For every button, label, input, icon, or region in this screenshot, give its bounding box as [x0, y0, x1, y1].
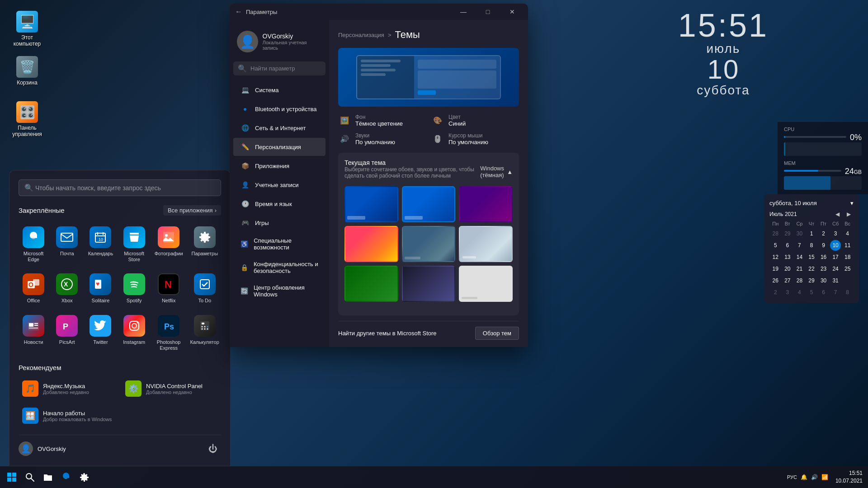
nav-personalization[interactable]: ✏️ Персонализация: [233, 138, 326, 156]
app-photoshop[interactable]: Ps Photoshop Express: [153, 311, 185, 355]
theme-8[interactable]: [402, 266, 456, 302]
app-mail[interactable]: Почта: [52, 223, 82, 266]
current-theme-header: Текущая тема Выберите сочетание обоев, з…: [344, 159, 513, 184]
rec-nvidia[interactable]: ⚙️ NVIDIA Control Panel Добавлено недавн…: [122, 377, 221, 400]
app-twitter[interactable]: Twitter: [85, 311, 115, 355]
color-value: Синий: [448, 120, 466, 127]
cal-next-btn[interactable]: ▶: [844, 210, 854, 218]
nav-accessibility[interactable]: ♿ Специальные возможности: [233, 233, 326, 255]
app-picsart[interactable]: P PicsArt: [52, 311, 82, 355]
mem-label: МЕМ: [784, 160, 862, 166]
taskbar-search[interactable]: [22, 469, 38, 485]
calendar-expand-icon[interactable]: ▾: [850, 200, 854, 206]
cal-prev-btn[interactable]: ◀: [833, 210, 842, 218]
breadcrumb: Персонализация > Темы: [338, 29, 519, 41]
nav-personalization-label: Персонализация: [255, 144, 301, 150]
app-solitaire[interactable]: ♥ Solitaire: [85, 270, 115, 307]
notification-icon[interactable]: 🔔: [801, 474, 807, 480]
theme-info-color: 🎨 Цвет Синий: [431, 114, 519, 127]
theme-9[interactable]: [459, 266, 513, 302]
mem-unit: GB: [854, 169, 862, 175]
theme-6[interactable]: [459, 226, 513, 262]
volume-icon[interactable]: 🔊: [811, 474, 818, 480]
taskbar-edge[interactable]: [58, 469, 74, 485]
close-button[interactable]: ✕: [502, 5, 523, 18]
svg-point-31: [201, 326, 203, 327]
minimize-button[interactable]: —: [453, 5, 474, 18]
calendar-days-header: Пн Вт Ср Чт Пт Сб Вс: [769, 221, 854, 226]
cpu-value: 0%: [850, 133, 862, 142]
app-office[interactable]: O Office: [19, 270, 48, 307]
user-info[interactable]: 👤 OVGorskiy: [19, 441, 66, 456]
breadcrumb-parent[interactable]: Персонализация: [338, 32, 384, 38]
nav-network[interactable]: 🌐 Сеть & и Интернет: [233, 119, 326, 137]
app-edge[interactable]: Microsoft Edge: [19, 223, 48, 266]
expand-icon[interactable]: ▲: [507, 169, 513, 175]
svg-rect-0: [61, 233, 73, 241]
desktop-icon-trash[interactable]: 🗑️ Корзина: [9, 54, 45, 88]
theme-info-bg: 🖼️ Фон Тёмное цветение: [338, 114, 426, 127]
app-netflix[interactable]: N Netflix: [153, 270, 185, 307]
settings-search-input[interactable]: [250, 65, 326, 72]
recommended-list: 🎵 Яндекс.Музыка Добавлено недавно ⚙️ NVI…: [19, 377, 221, 427]
rec-startup[interactable]: 🪟 Начало работы Добро пожаловать в Windo…: [19, 404, 118, 427]
app-store[interactable]: Microsoft Store: [119, 223, 149, 266]
app-xbox[interactable]: X Xbox: [52, 270, 82, 307]
nav-bluetooth[interactable]: ● Bluetooth и устройства: [233, 100, 326, 118]
rec-yandex-name: Яндекс.Музыка: [43, 383, 89, 389]
desktop-icon-computer[interactable]: 🖥️ Этот компьютер: [9, 9, 45, 49]
desktop-icon-cp-label: Панель управления: [11, 125, 43, 137]
theme-7[interactable]: [344, 266, 398, 302]
nav-accounts[interactable]: 👤 Учетные записи: [233, 176, 326, 194]
rec-nvidia-name: NVIDIA Control Panel: [146, 383, 203, 389]
picsart-icon: P: [56, 315, 78, 337]
twitter-label: Twitter: [93, 339, 108, 345]
app-calc[interactable]: Калькулятор: [189, 311, 221, 355]
nav-system[interactable]: 💻 Система: [233, 81, 326, 99]
recommended-header: Рекомендуем: [19, 364, 221, 371]
all-apps-button[interactable]: Все приложения ›: [163, 205, 221, 216]
search-icon: 🔍: [24, 183, 33, 192]
back-button[interactable]: ←: [235, 8, 242, 16]
app-calendar[interactable]: 10 Календарь: [85, 223, 115, 266]
nav-time[interactable]: 🕐 Время и язык: [233, 195, 326, 213]
desktop-icon-control-panel[interactable]: 🎛️ Панель управления: [9, 99, 45, 139]
app-settings[interactable]: Параметры: [189, 223, 221, 266]
control-panel-icon: 🎛️: [16, 101, 38, 123]
app-todo[interactable]: To Do: [189, 270, 221, 307]
app-spotify[interactable]: Spotify: [119, 270, 149, 307]
theme-2[interactable]: [402, 186, 456, 222]
app-photos[interactable]: Фотографии: [153, 223, 185, 266]
app-instagram[interactable]: Instagram: [119, 311, 149, 355]
theme-5[interactable]: [402, 226, 456, 262]
theme-4[interactable]: [344, 226, 398, 262]
network-status-icon[interactable]: 📶: [821, 474, 828, 480]
theme-1[interactable]: [344, 186, 398, 222]
settings-search[interactable]: 🔍: [233, 61, 326, 75]
taskbar-time-area[interactable]: 15:51 10.07.2021: [835, 469, 863, 485]
search-input[interactable]: [35, 184, 215, 192]
restore-button[interactable]: □: [477, 5, 498, 18]
network-icon: 🌐: [241, 123, 250, 132]
power-button[interactable]: ⏻: [205, 441, 221, 457]
app-news[interactable]: Новости: [19, 311, 48, 355]
taskbar-sys-icons: РУС 🔔 🔊 📶: [787, 474, 832, 480]
find-themes-label: Найти другие темы в Microsoft Store: [338, 330, 437, 337]
cursor-icon: 🖱️: [431, 133, 444, 145]
taskbar-files[interactable]: [40, 469, 56, 485]
settings-app-label: Параметры: [191, 251, 218, 257]
nav-apps[interactable]: 📦 Приложения: [233, 157, 326, 175]
start-button[interactable]: [4, 469, 20, 485]
rec-yandex[interactable]: 🎵 Яндекс.Музыка Добавлено недавно: [19, 377, 118, 400]
nav-gaming[interactable]: 🎮 Игры: [233, 214, 326, 232]
start-search-bar[interactable]: 🔍: [19, 179, 221, 196]
theme-3[interactable]: [459, 186, 513, 222]
cal-month-year: Июль 2021: [769, 211, 797, 217]
nav-privacy[interactable]: 🔒 Конфиденциальность и безопасность: [233, 256, 326, 279]
nav-update[interactable]: 🔄 Центр обновления Windows: [233, 280, 326, 302]
rec-startup-sub: Добро пожаловать в Windows: [43, 417, 112, 422]
picsart-label: PicsArt: [59, 339, 75, 345]
taskbar-settings[interactable]: [76, 469, 92, 485]
calendar-header: суббота, 10 июля ▾: [769, 200, 854, 206]
browse-themes-button[interactable]: Обзор тем: [475, 327, 519, 340]
